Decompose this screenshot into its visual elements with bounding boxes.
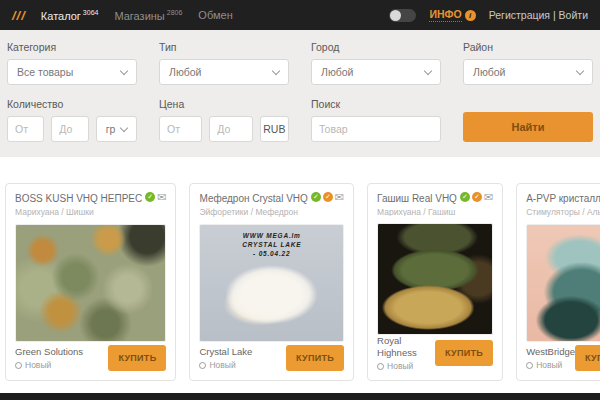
chevron-down-icon xyxy=(576,66,584,74)
filter-panel: Категория Все товары Тип Любой Город Люб… xyxy=(0,30,600,157)
chevron-down-icon xyxy=(120,66,128,74)
product-image[interactable]: WWW MEGA.lm CRYSTAL LAKE - 05.04.22 xyxy=(199,224,344,342)
buy-button[interactable]: КУПИТЬ xyxy=(435,340,493,366)
district-label: Район xyxy=(463,41,593,53)
product-card: BOSS KUSH VHQ НЕПРЕС ✓ ✉ Марихуана / Шиш… xyxy=(5,183,176,381)
verified-green-icon: ✓ xyxy=(311,192,321,202)
city-select[interactable]: Любой xyxy=(311,59,441,85)
nav-shops[interactable]: Магазины2806 xyxy=(114,9,182,22)
status-circle-icon xyxy=(15,362,22,369)
chevron-down-icon xyxy=(272,66,280,74)
verified-orange-icon: ✓ xyxy=(323,192,333,202)
product-category: Стимуляторы / Альфа xyxy=(526,207,600,217)
info-link[interactable]: ИНФО i xyxy=(429,8,475,22)
product-title[interactable]: Гашиш Real VHQ xyxy=(377,192,457,205)
verified-orange-icon: ✓ xyxy=(472,192,482,202)
district-select[interactable]: Любой xyxy=(463,59,593,85)
price-to-input[interactable] xyxy=(209,116,252,142)
envelope-icon[interactable]: ✉ xyxy=(484,192,493,202)
product-category: Эйфоретики / Мефедрон xyxy=(199,207,344,217)
auth-links[interactable]: Регистрация | Войти xyxy=(489,9,588,21)
product-card: Мефедрон Crystal VHQ ✓ ✓ ✉ Эйфоретики / … xyxy=(189,183,354,381)
topbar-right: ИНФО i Регистрация | Войти xyxy=(389,8,588,22)
filter-category: Категория Все товары xyxy=(7,38,137,85)
buy-button[interactable]: КУПИТЬ xyxy=(108,345,166,371)
price-label: Цена xyxy=(159,98,289,110)
filter-type: Тип Любой xyxy=(159,38,289,85)
caption-line: CRYSTAL LAKE xyxy=(200,240,343,249)
vendor-block: Crystal Lake Новый xyxy=(199,346,252,370)
toggle-knob-icon xyxy=(390,10,401,21)
quantity-to-input[interactable] xyxy=(51,116,88,142)
topbar: /// Каталог3064 Магазины2806 Обмен ИНФО … xyxy=(0,0,600,30)
site-logo[interactable]: /// xyxy=(12,8,26,23)
search-input[interactable] xyxy=(311,116,441,142)
product-image[interactable] xyxy=(377,223,493,335)
status-label: Новый xyxy=(209,360,235,370)
vendor-block: Royal Highness Новый xyxy=(377,335,435,371)
theme-toggle[interactable] xyxy=(389,9,416,22)
category-label: Категория xyxy=(7,41,137,53)
nav-exchange[interactable]: Обмен xyxy=(198,9,232,21)
vendor-block: WestBridge Новый xyxy=(526,346,575,370)
product-image[interactable] xyxy=(15,224,166,342)
status-circle-icon xyxy=(526,362,533,369)
quantity-label: Количество xyxy=(7,98,137,110)
chevron-down-icon xyxy=(424,66,432,74)
category-value: Все товары xyxy=(17,66,73,78)
image-handwritten-caption: WWW MEGA.lm CRYSTAL LAKE - 05.04.22 xyxy=(200,231,343,258)
vendor-name[interactable]: WestBridge xyxy=(526,346,575,358)
city-value: Любой xyxy=(321,66,353,78)
type-label: Тип xyxy=(159,41,289,53)
product-title[interactable]: Мефедрон Crystal VHQ xyxy=(199,192,307,205)
city-label: Город xyxy=(311,41,441,53)
status-label: Новый xyxy=(536,360,562,370)
main-nav: Каталог3064 Магазины2806 Обмен xyxy=(41,9,233,22)
type-value: Любой xyxy=(169,66,201,78)
product-title[interactable]: BOSS KUSH VHQ НЕПРЕС xyxy=(15,192,142,205)
product-card: A-PVP кристалл ✓ ✉ Стимуляторы / Альфа W… xyxy=(516,183,600,381)
product-category: Марихуана / Шишки xyxy=(15,207,166,217)
district-value: Любой xyxy=(473,66,505,78)
nav-exchange-label: Обмен xyxy=(198,9,232,21)
quantity-from-input[interactable] xyxy=(7,116,44,142)
buy-button[interactable]: КУПИТЬ xyxy=(286,345,344,371)
vendor-block: Green Solutions Новый xyxy=(15,346,83,370)
envelope-icon[interactable]: ✉ xyxy=(157,192,166,202)
nav-catalog-label: Каталог xyxy=(41,9,81,21)
vendor-name[interactable]: Royal Highness xyxy=(377,335,435,359)
search-submit-button[interactable]: Найти xyxy=(463,112,593,142)
envelope-icon[interactable]: ✉ xyxy=(335,192,344,202)
quantity-unit-value: гр xyxy=(106,123,116,135)
bottom-bar xyxy=(0,393,600,400)
status-circle-icon xyxy=(377,363,384,370)
nav-catalog[interactable]: Каталог3064 xyxy=(41,9,99,22)
product-title[interactable]: A-PVP кристалл xyxy=(526,192,600,205)
product-image[interactable] xyxy=(526,224,600,342)
filter-quantity: Количество гр xyxy=(7,95,137,142)
quantity-unit-select[interactable]: гр xyxy=(96,116,137,142)
price-currency-box[interactable]: RUB xyxy=(260,116,289,142)
status-label: Новый xyxy=(25,360,51,370)
vendor-name[interactable]: Crystal Lake xyxy=(199,346,252,358)
search-label: Поиск xyxy=(311,98,441,110)
caption-line: WWW MEGA.lm xyxy=(200,231,343,240)
info-icon: i xyxy=(465,10,476,21)
vendor-name[interactable]: Green Solutions xyxy=(15,346,83,358)
nav-shops-label: Магазины xyxy=(114,9,164,21)
type-select[interactable]: Любой xyxy=(159,59,289,85)
filter-price: Цена RUB xyxy=(159,95,289,142)
buy-button[interactable]: КУПИТЬ xyxy=(575,345,600,371)
nav-shops-count: 2806 xyxy=(167,9,183,16)
filter-district: Район Любой xyxy=(463,38,593,85)
chevron-down-icon xyxy=(120,123,128,131)
filter-search: Поиск xyxy=(311,95,441,142)
status-circle-icon xyxy=(199,362,206,369)
category-select[interactable]: Все товары xyxy=(7,59,137,85)
nav-catalog-count: 3064 xyxy=(83,9,99,16)
product-card: Гашиш Real VHQ ✓ ✓ ✉ Марихуана / Гашиш R… xyxy=(367,183,503,381)
price-from-input[interactable] xyxy=(159,116,202,142)
filter-city: Город Любой xyxy=(311,38,441,85)
status-label: Новый xyxy=(387,361,413,371)
caption-line: - 05.04.22 xyxy=(200,249,343,258)
